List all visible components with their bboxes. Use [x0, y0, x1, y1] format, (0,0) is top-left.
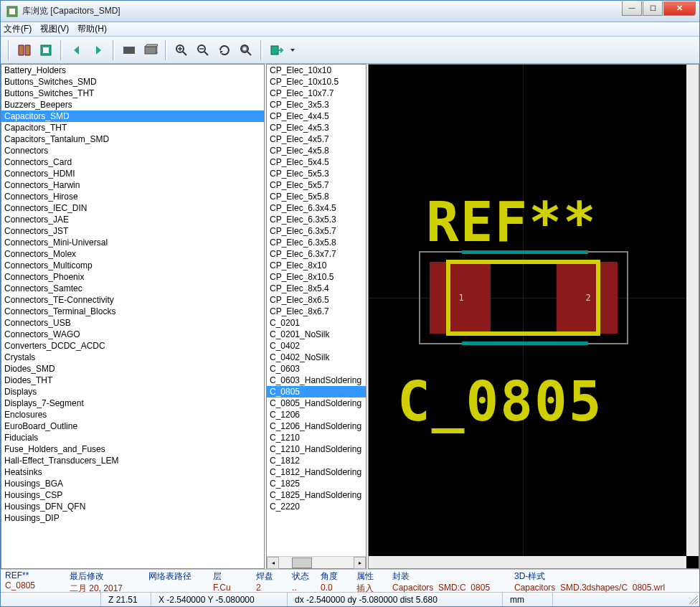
footprint-item[interactable]: C_1812 — [267, 455, 366, 466]
preview-canvas[interactable]: REF** 1 2 C_0805 — [368, 64, 699, 569]
library-item[interactable]: Connectors_Card — [1, 156, 264, 168]
footprint-item[interactable]: CP_Elec_5x5.3 — [267, 168, 366, 179]
footprint-item[interactable]: C_1206_HandSoldering — [267, 420, 366, 432]
footprint-item[interactable]: CP_Elec_6.3x5.7 — [267, 225, 366, 237]
library-item[interactable]: Connectors_HDMI — [1, 168, 264, 179]
library-item[interactable]: Connectors_Hirose — [1, 191, 264, 202]
display-options-button[interactable] — [119, 40, 139, 60]
footprint-item[interactable]: CP_Elec_4x5.8 — [267, 145, 366, 156]
scroll-right-button[interactable]: ▸ — [354, 557, 366, 569]
footprint-item[interactable]: CP_Elec_10x10 — [267, 65, 366, 76]
footprint-item[interactable]: CP_Elec_5x5.8 — [267, 191, 366, 202]
footprint-item[interactable]: C_0201 — [267, 317, 366, 329]
library-item[interactable]: Connectors_Samtec — [1, 283, 264, 294]
view-3d-button[interactable] — [141, 40, 161, 60]
export-dropdown[interactable] — [288, 40, 297, 60]
footprint-item[interactable]: CP_Elec_3x5.3 — [267, 99, 366, 110]
library-item[interactable]: Fiducials — [1, 432, 264, 443]
library-item[interactable]: Housings_CSP — [1, 489, 264, 501]
library-item[interactable]: Connectors_JAE — [1, 214, 264, 225]
footprint-item[interactable]: C_0805 — [267, 386, 366, 397]
footprint-list[interactable]: CP_Elec_10x10CP_Elec_10x10.5CP_Elec_10x7… — [267, 65, 366, 556]
library-item[interactable]: Buttons_Switches_THT — [1, 88, 264, 99]
library-list[interactable]: Battery_HoldersButtons_Switches_SMDButto… — [1, 64, 265, 569]
footprint-item[interactable]: CP_Elec_10x7.7 — [267, 88, 366, 99]
library-item[interactable]: Connectors_IEC_DIN — [1, 202, 264, 214]
canvas-hscroll[interactable] — [369, 556, 686, 568]
prev-button[interactable] — [67, 40, 87, 60]
scroll-thumb[interactable] — [292, 557, 312, 568]
library-item[interactable]: Displays_7-Segment — [1, 397, 264, 409]
close-button[interactable] — [663, 1, 696, 16]
library-item[interactable]: Connectors_TE-Connectivity — [1, 294, 264, 306]
footprint-item[interactable]: CP_Elec_4x5.7 — [267, 133, 366, 145]
footprint-item[interactable]: CP_Elec_6.3x5.8 — [267, 237, 366, 248]
footprint-item[interactable]: CP_Elec_8x6.5 — [267, 294, 366, 306]
library-item[interactable]: Enclosures — [1, 409, 264, 420]
footprint-item[interactable]: C_1812_HandSoldering — [267, 466, 366, 478]
library-item[interactable]: Diodes_THT — [1, 375, 264, 386]
footprint-item[interactable]: C_0603_HandSoldering — [267, 375, 366, 386]
footprint-hscroll[interactable]: ◂ ▸ — [267, 556, 366, 568]
library-item[interactable]: Housings_DFN_QFN — [1, 501, 264, 512]
footprint-item[interactable]: CP_Elec_4x4.5 — [267, 110, 366, 122]
library-item[interactable]: Hall-Effect_Transducers_LEM — [1, 455, 264, 466]
footprint-item[interactable]: CP_Elec_5x5.7 — [267, 179, 366, 191]
scroll-left-button[interactable]: ◂ — [267, 557, 279, 569]
footprint-item[interactable]: CP_Elec_8x6.7 — [267, 306, 366, 317]
library-item[interactable]: Connectors_Terminal_Blocks — [1, 306, 264, 317]
resize-grip-icon[interactable] — [686, 594, 699, 606]
library-item[interactable]: Converters_DCDC_ACDC — [1, 340, 264, 352]
maximize-button[interactable] — [643, 1, 663, 16]
footprint-list-button[interactable] — [36, 40, 56, 60]
library-item[interactable]: Crystals — [1, 352, 264, 363]
footprint-item[interactable]: C_1210 — [267, 432, 366, 443]
library-item[interactable]: Diodes_SMD — [1, 363, 264, 375]
library-item[interactable]: Housings_BGA — [1, 478, 264, 489]
menu-file[interactable]: 文件(F) — [4, 23, 32, 35]
library-item[interactable]: Connectors_Molex — [1, 248, 264, 260]
library-item[interactable]: Connectors_Harwin — [1, 179, 264, 191]
library-item[interactable]: Heatsinks — [1, 466, 264, 478]
footprint-item[interactable]: C_1825 — [267, 478, 366, 489]
footprint-item[interactable]: CP_Elec_8x10.5 — [267, 271, 366, 283]
footprint-item[interactable]: C_0805_HandSoldering — [267, 397, 366, 409]
library-item[interactable]: Connectors — [1, 145, 264, 156]
refresh-button[interactable] — [214, 40, 235, 60]
footprint-item[interactable]: CP_Elec_10x10.5 — [267, 76, 366, 88]
library-item[interactable]: Connectors_WAGO — [1, 329, 264, 340]
library-item[interactable]: Housings_DIP — [1, 512, 264, 524]
zoom-out-button[interactable] — [193, 40, 213, 60]
footprint-item[interactable]: C_0402 — [267, 340, 366, 352]
library-item[interactable]: Capacitors_SMD — [1, 110, 264, 122]
library-item[interactable]: EuroBoard_Outline — [1, 420, 264, 432]
library-item[interactable]: Connectors_USB — [1, 317, 264, 329]
library-item[interactable]: Capacitors_THT — [1, 122, 264, 133]
menu-view[interactable]: 视图(V) — [40, 23, 69, 35]
footprint-item[interactable]: CP_Elec_5x4.5 — [267, 156, 366, 168]
library-list-button[interactable] — [14, 40, 34, 60]
footprint-item[interactable]: C_2220 — [267, 501, 366, 512]
library-item[interactable]: Connectors_Mini-Universal — [1, 237, 264, 248]
zoom-in-button[interactable] — [171, 40, 191, 60]
library-item[interactable]: Displays — [1, 386, 264, 397]
next-button[interactable] — [88, 40, 108, 60]
footprint-item[interactable]: C_0201_NoSilk — [267, 329, 366, 340]
footprint-item[interactable]: CP_Elec_4x5.3 — [267, 122, 366, 133]
menu-help[interactable]: 帮助(H) — [77, 23, 107, 35]
library-item[interactable]: Connectors_Multicomp — [1, 260, 264, 271]
footprint-item[interactable]: CP_Elec_8x10 — [267, 260, 366, 271]
library-item[interactable]: Connectors_Phoenix — [1, 271, 264, 283]
footprint-item[interactable]: CP_Elec_6.3x4.5 — [267, 202, 366, 214]
footprint-item[interactable]: CP_Elec_6.3x5.3 — [267, 214, 366, 225]
library-item[interactable]: Connectors_JST — [1, 225, 264, 237]
export-button[interactable] — [267, 40, 287, 60]
footprint-item[interactable]: CP_Elec_8x5.4 — [267, 283, 366, 294]
library-item[interactable]: Fuse_Holders_and_Fuses — [1, 443, 264, 455]
library-item[interactable]: Battery_Holders — [1, 65, 264, 76]
library-item[interactable]: Buzzers_Beepers — [1, 99, 264, 110]
zoom-fit-button[interactable] — [236, 40, 256, 60]
minimize-button[interactable] — [622, 1, 642, 16]
library-item[interactable]: Capacitors_Tantalum_SMD — [1, 133, 264, 145]
library-item[interactable]: Buttons_Switches_SMD — [1, 76, 264, 88]
